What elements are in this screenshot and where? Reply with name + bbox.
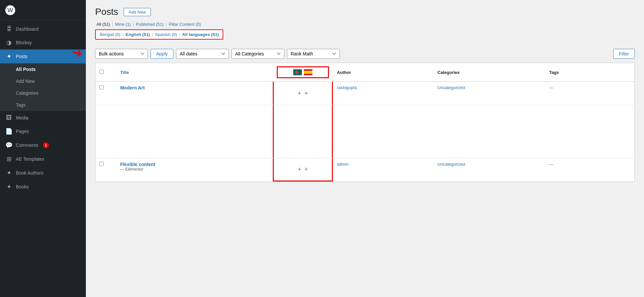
sidebar-item-label: Blocksy — [16, 40, 32, 45]
page-title: Posts — [95, 7, 118, 17]
add-bengali-translation-button[interactable]: + — [298, 90, 301, 97]
posts-table: Title — [95, 63, 635, 182]
sidebar-item-comments[interactable]: 💬 Comments 1 — [0, 138, 86, 152]
th-checkbox — [95, 63, 116, 82]
all-categories-select[interactable]: All Categories — [232, 49, 284, 59]
pages-icon: 📄 — [5, 128, 13, 135]
row-title-cell: Flexible content — Elementor — [116, 158, 273, 182]
row-author-cell: admin — [333, 158, 433, 182]
blocksy-icon: ◑ — [5, 39, 13, 46]
row-author-cell: rashigupta — [333, 82, 433, 105]
ae-templates-icon: ⊞ — [5, 155, 13, 163]
add-new-button[interactable]: Add New — [124, 8, 151, 16]
sidebar-item-pages[interactable]: 📄 Pages — [0, 124, 86, 138]
filter-link-mine[interactable]: Mine (1) — [115, 22, 131, 27]
book-authors-icon: ✦ — [5, 169, 13, 177]
tags-dash: — — [549, 162, 554, 167]
bulk-actions-select[interactable]: Bulk actions — [95, 49, 148, 59]
lang-filter-all[interactable]: All languages (51) — [182, 32, 219, 37]
sidebar-item-label: AE Templates — [16, 156, 44, 162]
filter-link-all[interactable]: All (51) — [96, 22, 110, 27]
lang-filter-wrapper: Bengali (0) | English (51) | Spanish (0)… — [95, 29, 635, 44]
author-link[interactable]: admin — [337, 162, 348, 167]
posts-icon: ✦ — [5, 53, 13, 60]
row-checkbox[interactable] — [99, 85, 104, 89]
th-categories: Categories — [434, 63, 545, 82]
sidebar-item-label: Books — [16, 184, 29, 189]
add-spanish-translation-button-2[interactable]: + — [304, 166, 308, 173]
lang-filter-bengali[interactable]: Bengali (0) — [100, 32, 121, 37]
category-link[interactable]: Uncategorized — [438, 162, 465, 167]
sidebar-item-ae-templates[interactable]: ⊞ AE Templates — [0, 152, 86, 166]
svg-rect-3 — [304, 71, 312, 74]
toolbar-row: Bulk actions Apply All dates All Categor… — [95, 49, 635, 59]
sidebar-item-label: Dashboard — [16, 26, 39, 32]
sidebar-item-label: Comments — [16, 143, 38, 148]
sidebar-item-posts[interactable]: ✦ Posts — [0, 50, 86, 63]
table-row: Flexible content — Elementor + + admin U… — [95, 158, 635, 182]
categories-label: Categories — [16, 90, 38, 96]
sidebar-item-add-new[interactable]: Add New — [0, 75, 86, 87]
svg-point-1 — [295, 71, 299, 74]
sidebar-item-label: Pages — [16, 129, 29, 134]
row-checkbox[interactable] — [99, 162, 104, 166]
wp-logo: W — [0, 0, 86, 21]
row-checkbox-cell — [95, 82, 116, 105]
dashboard-icon: 🎛 — [5, 25, 13, 32]
posts-submenu: All Posts Add New Categories Tags — [0, 63, 86, 111]
all-posts-label: All Posts — [16, 67, 36, 72]
sidebar-item-all-posts[interactable]: All Posts — [0, 63, 86, 75]
add-spanish-translation-button[interactable]: + — [304, 90, 308, 97]
main-content: Posts Add New All (51) | Mine (1) | Publ… — [86, 0, 644, 297]
table-row: Modern Art + + rashigupta Uncategorized … — [95, 82, 635, 105]
media-icon: 🖼 — [5, 114, 13, 121]
add-bengali-translation-button-2[interactable]: + — [298, 166, 301, 173]
sidebar-item-categories[interactable]: Categories — [0, 87, 86, 99]
sidebar: W 🎛 Dashboard ◑ Blocksy ✦ Posts All Post… — [0, 0, 86, 297]
apply-button[interactable]: Apply — [151, 49, 173, 59]
lang-filter-spanish[interactable]: Spanish (0) — [155, 32, 177, 37]
rank-math-select[interactable]: Rank Math — [287, 49, 340, 59]
lang-filter-english[interactable]: English (51) — [125, 32, 150, 37]
th-author: Author — [333, 63, 433, 82]
th-tags: Tags — [545, 63, 635, 82]
row-tags-cell: — — [545, 158, 635, 182]
post-title-link[interactable]: Flexible content — [120, 162, 156, 167]
spacer-row — [95, 105, 635, 158]
post-subtitle: — Elementor — [120, 167, 269, 172]
row-title-cell: Modern Art — [116, 82, 273, 105]
filter-link-pillar[interactable]: Pillar Content (0) — [169, 22, 201, 27]
filter-link-published[interactable]: Published (51) — [136, 22, 164, 27]
sidebar-item-book-authors[interactable]: ✦ Book Authors — [0, 166, 86, 180]
filter-links-row: All (51) | Mine (1) | Published (51) | P… — [95, 22, 635, 27]
sidebar-item-tags[interactable]: Tags — [0, 99, 86, 111]
lang-filter-row: Bengali (0) | English (51) | Spanish (0)… — [95, 29, 223, 40]
sidebar-item-dashboard[interactable]: 🎛 Dashboard — [0, 22, 86, 36]
row-flags-cell: + + — [273, 82, 333, 105]
row-tags-cell: — — [545, 82, 635, 105]
row-categories-cell: Uncategorized — [434, 158, 545, 182]
sidebar-item-label: Book Authors — [16, 170, 43, 176]
th-title: Title — [116, 63, 273, 82]
filter-button[interactable]: Filter — [613, 49, 635, 59]
comments-icon: 💬 — [5, 142, 13, 149]
category-link[interactable]: Uncategorized — [438, 85, 465, 90]
page-header: Posts Add New — [95, 7, 635, 17]
sidebar-item-label: Media — [16, 115, 28, 120]
flag-es-icon — [304, 69, 312, 75]
sidebar-item-books[interactable]: ✦ Books — [0, 180, 86, 194]
row-categories-cell: Uncategorized — [434, 82, 545, 105]
title-sort-link[interactable]: Title — [120, 70, 129, 75]
sidebar-item-label: Posts — [16, 54, 27, 59]
flags-header — [277, 66, 329, 78]
books-icon: ✦ — [5, 183, 13, 190]
row-flags-cell: + + — [273, 158, 333, 182]
wp-logo-icon: W — [5, 5, 15, 15]
all-dates-select[interactable]: All dates — [176, 49, 229, 59]
select-all-checkbox[interactable] — [99, 70, 104, 74]
author-link[interactable]: rashigupta — [337, 85, 357, 90]
sidebar-item-media[interactable]: 🖼 Media — [0, 111, 86, 124]
post-title-link[interactable]: Modern Art — [120, 85, 145, 90]
row-checkbox-cell — [95, 158, 116, 182]
sidebar-item-blocksy[interactable]: ◑ Blocksy — [0, 36, 86, 50]
